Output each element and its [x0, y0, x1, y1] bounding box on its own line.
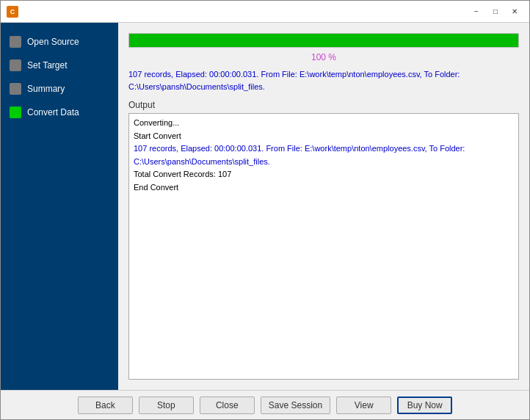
set-target-icon [10, 59, 21, 71]
close-footer-button[interactable]: Close [200, 397, 255, 414]
progress-section: 100 % 107 records, Elapsed: 00:00:00.031… [128, 33, 519, 93]
sidebar-item-label-set-target: Set Target [27, 60, 67, 70]
output-line: End Convert [134, 181, 514, 195]
output-line: Start Convert [134, 130, 514, 143]
progress-info-line2: C:\Users\pansh\Documents\split_files. [128, 82, 265, 91]
sidebar-item-label-convert-data: Convert Data [27, 107, 79, 117]
app-window: C − □ ✕ Open Source Set Target Summary [0, 0, 530, 420]
sidebar-item-convert-data[interactable]: Convert Data [1, 101, 118, 124]
view-button[interactable]: View [336, 397, 391, 414]
stop-button[interactable]: Stop [139, 397, 194, 414]
output-line: Converting... [134, 117, 514, 130]
output-label: Output [128, 100, 519, 110]
open-source-icon [10, 36, 21, 48]
title-bar: C − □ ✕ [1, 1, 529, 23]
convert-data-icon [10, 106, 21, 118]
title-bar-left: C [7, 6, 23, 18]
output-line: Total Convert Records: 107 [134, 168, 514, 181]
buy-now-button[interactable]: Buy Now [397, 397, 452, 414]
main-content: Open Source Set Target Summary Convert D… [1, 23, 529, 390]
progress-bar-container [128, 33, 519, 48]
progress-bar-fill [129, 34, 518, 47]
close-button[interactable]: ✕ [506, 5, 523, 18]
title-bar-controls: − □ ✕ [468, 5, 523, 18]
back-button[interactable]: Back [78, 397, 133, 414]
output-section: Output Converting...Start Convert107 rec… [128, 100, 519, 380]
sidebar-item-set-target[interactable]: Set Target [1, 54, 118, 77]
output-line: C:\Users\pansh\Documents\split_files. [134, 156, 514, 169]
maximize-button[interactable]: □ [487, 5, 504, 18]
summary-icon [10, 83, 21, 95]
footer: Back Stop Close Save Session View Buy No… [1, 390, 529, 419]
progress-info: 107 records, Elapsed: 00:00:00.031. From… [128, 68, 519, 93]
output-line: 107 records, Elapsed: 00:00:00.031. From… [134, 142, 514, 156]
progress-info-line1: 107 records, Elapsed: 00:00:00.031. From… [128, 70, 460, 79]
sidebar-item-open-source[interactable]: Open Source [1, 30, 118, 54]
right-panel: 100 % 107 records, Elapsed: 00:00:00.031… [118, 23, 529, 390]
sidebar: Open Source Set Target Summary Convert D… [1, 23, 118, 390]
save-session-button[interactable]: Save Session [261, 397, 330, 414]
minimize-button[interactable]: − [468, 5, 485, 18]
progress-percent: 100 % [128, 52, 519, 62]
app-icon: C [7, 6, 18, 18]
sidebar-item-summary[interactable]: Summary [1, 77, 118, 101]
sidebar-item-label-summary: Summary [27, 84, 65, 94]
output-box[interactable]: Converting...Start Convert107 records, E… [128, 113, 519, 380]
sidebar-item-label-open-source: Open Source [27, 37, 79, 47]
